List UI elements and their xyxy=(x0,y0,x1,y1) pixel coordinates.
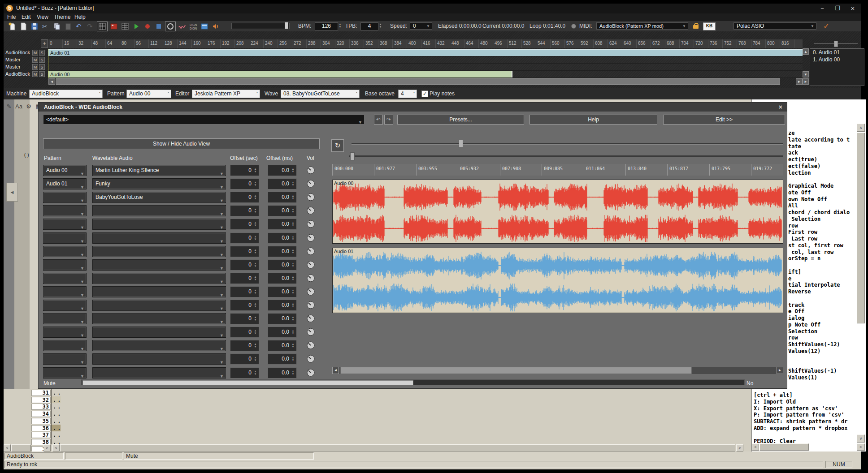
kb-button[interactable]: KB xyxy=(703,22,716,30)
dialog-title-bar[interactable]: AudioBlock - WDE AudioBlock × xyxy=(39,103,787,112)
base-octave-select[interactable]: 4ˇ xyxy=(398,90,417,98)
solo-button[interactable]: S xyxy=(39,50,45,56)
copy-icon[interactable] xyxy=(52,22,62,31)
row-offset-ms-spinner[interactable]: ▲▼ xyxy=(291,343,295,348)
show-hide-audio-view-button[interactable]: Show / Hide Audio View xyxy=(43,138,320,149)
row-offset-sec-field[interactable]: 0▲▼ xyxy=(230,219,259,230)
row-offset-ms-spinner[interactable]: ▲▼ xyxy=(291,221,295,227)
row-offset-sec-spinner[interactable]: ▲▼ xyxy=(253,262,257,267)
tpb-spinner[interactable]: ▲▼ xyxy=(378,23,382,28)
row-offset-sec-spinner[interactable]: ▲▼ xyxy=(253,235,257,241)
help-hscroll-left-icon[interactable]: < xyxy=(752,443,759,451)
row-pattern-select[interactable]: ▼ xyxy=(43,259,87,271)
wave-zoom-slider[interactable] xyxy=(352,143,783,145)
preset-select[interactable]: <default> ▼ xyxy=(43,115,365,125)
row-value-cell[interactable]: .. xyxy=(53,404,62,410)
pattern-select[interactable]: Audio 00ˇ xyxy=(126,90,171,98)
row-offset-ms-field[interactable]: 0.0▲▼ xyxy=(268,219,297,230)
row-offset-sec-field[interactable]: 0▲▼ xyxy=(230,192,259,203)
edit-button[interactable]: Edit >> xyxy=(663,115,785,125)
row-pattern-select[interactable]: ▼ xyxy=(43,219,87,230)
row-volume-knob[interactable] xyxy=(307,193,315,201)
preset-undo-button[interactable]: ↶ xyxy=(374,115,383,125)
row-offset-ms-field[interactable]: 0.0▲▼ xyxy=(268,246,297,257)
row-pattern-select[interactable]: ▼ xyxy=(43,313,87,324)
row-offset-ms-field[interactable]: 0.0▲▼ xyxy=(268,367,297,378)
row-pattern-select[interactable]: ▼ xyxy=(43,205,87,216)
mute-button[interactable]: M xyxy=(32,50,38,56)
row-offset-ms-spinner[interactable]: ▲▼ xyxy=(291,356,295,361)
row-offset-sec-spinner[interactable]: ▲▼ xyxy=(253,356,257,361)
collapse-panel-button[interactable]: ◄ xyxy=(6,183,18,202)
sequence-editor-view-icon[interactable] xyxy=(120,22,130,31)
apply-check-icon[interactable]: ✓ xyxy=(823,22,829,31)
menu-file[interactable]: File xyxy=(7,14,16,20)
menu-theme[interactable]: Theme xyxy=(54,14,70,20)
row-volume-knob[interactable] xyxy=(307,261,315,269)
minimize-button[interactable]: − xyxy=(816,4,829,13)
undo-icon[interactable]: ↶ xyxy=(74,22,84,31)
pattern-hscroll-right-icon[interactable]: > xyxy=(736,444,743,452)
row-pattern-select[interactable]: ▼ xyxy=(43,367,87,378)
row-offset-sec-spinner[interactable]: ▲▼ xyxy=(253,168,257,173)
row-offset-ms-spinner[interactable]: ▲▼ xyxy=(291,235,295,241)
row-wavetable-select[interactable]: ▼ xyxy=(92,205,226,216)
preset-redo-button[interactable]: ↷ xyxy=(384,115,393,125)
row-offset-ms-spinner[interactable]: ▲▼ xyxy=(291,370,295,375)
loop-icon[interactable] xyxy=(165,22,176,31)
pattern-list-item[interactable]: 1. Audio 00 xyxy=(810,56,864,63)
row-value-cell[interactable]: .. xyxy=(53,390,62,396)
refresh-button[interactable]: ↻ xyxy=(331,139,344,152)
row-offset-sec-spinner[interactable]: ▲▼ xyxy=(253,343,257,348)
row-number-cell[interactable]: 31 xyxy=(31,390,51,396)
row-pattern-select[interactable]: ▼ xyxy=(43,246,87,257)
seq-hscroll-left-icon[interactable]: ◄ xyxy=(48,78,55,85)
row-number-cell[interactable]: 34 xyxy=(31,411,51,417)
help-button[interactable]: Help xyxy=(529,115,657,125)
machine-view-icon[interactable] xyxy=(109,22,119,31)
redo-icon[interactable]: ↷ xyxy=(86,22,95,31)
mute-button[interactable]: M xyxy=(32,64,38,70)
row-wavetable-select[interactable]: ▼ xyxy=(92,353,226,365)
row-wavetable-select[interactable]: ▼ xyxy=(92,300,226,311)
row-offset-sec-spinner[interactable]: ▲▼ xyxy=(253,275,257,281)
row-offset-sec-field[interactable]: 0▲▼ xyxy=(230,205,259,216)
mute-button[interactable]: M xyxy=(32,71,38,77)
row-wavetable-select[interactable]: ▼ xyxy=(92,367,226,378)
gear-icon[interactable]: ⚙ xyxy=(24,102,33,111)
row-wavetable-select[interactable]: ▼ xyxy=(92,273,226,284)
row-offset-sec-field[interactable]: 0▲▼ xyxy=(230,232,259,244)
seq-vscroll-up-icon[interactable]: ▲ xyxy=(803,48,809,55)
zoom-slider-thumb[interactable] xyxy=(834,41,838,47)
pattern-clip[interactable]: Audio 00 xyxy=(48,71,512,77)
row-volume-knob[interactable] xyxy=(307,234,315,242)
row-number-cell[interactable]: 32 xyxy=(31,397,51,403)
row-offset-ms-spinner[interactable]: ▲▼ xyxy=(291,275,295,281)
row-offset-sec-field[interactable]: 0▲▼ xyxy=(230,259,259,271)
row-offset-sec-spinner[interactable]: ▲▼ xyxy=(253,289,257,294)
row-pattern-select[interactable]: Audio 00▼ xyxy=(43,165,87,176)
row-offset-ms-spinner[interactable]: ▲▼ xyxy=(291,208,295,213)
row-offset-sec-spinner[interactable]: ▲▼ xyxy=(253,316,257,321)
pattern-hscroll-thumb[interactable] xyxy=(60,444,735,452)
track-lane[interactable] xyxy=(48,64,803,71)
row-volume-knob[interactable] xyxy=(307,220,315,228)
row-offset-sec-field[interactable]: 0▲▼ xyxy=(230,246,259,257)
menu-edit[interactable]: Edit xyxy=(22,14,31,20)
machine-select[interactable]: AudioBlockˇ xyxy=(29,90,103,98)
record-icon[interactable] xyxy=(143,22,152,31)
row-volume-knob[interactable] xyxy=(307,328,315,336)
row-volume-knob[interactable] xyxy=(307,274,315,282)
row-offset-sec-spinner[interactable]: ▲▼ xyxy=(253,370,257,375)
maximize-button[interactable]: ❐ xyxy=(831,4,844,13)
row-pattern-select[interactable]: ▼ xyxy=(43,273,87,284)
row-pattern-select[interactable]: ▼ xyxy=(43,286,87,297)
row-offset-ms-field[interactable]: 0.0▲▼ xyxy=(268,327,297,338)
seq-hscroll-thumb[interactable] xyxy=(56,78,780,85)
row-offset-ms-field[interactable]: 0.0▲▼ xyxy=(268,192,297,203)
pattern-clip[interactable]: Audio 01 xyxy=(48,49,803,56)
row-offset-ms-spinner[interactable]: ▲▼ xyxy=(291,316,295,321)
row-volume-knob[interactable] xyxy=(307,314,315,322)
editor-select[interactable]: Jeskola Pattern XPˇ xyxy=(192,90,260,98)
row-offset-sec-spinner[interactable]: ▲▼ xyxy=(253,329,257,335)
